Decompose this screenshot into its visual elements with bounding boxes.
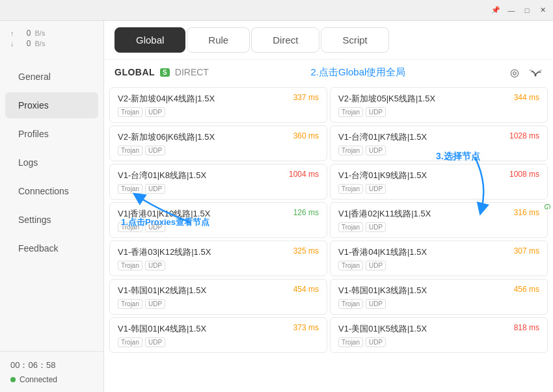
proxy-card-header: V2-新加坡05|K5线路|1.5X 344 ms	[338, 93, 539, 105]
proxy-latency: 344 ms	[514, 93, 539, 102]
proxy-tags: Trojan UDP	[338, 337, 539, 347]
proxy-card[interactable]: V2-新加坡04|K4线路|1.5X 337 ms Trojan UDP	[109, 87, 327, 123]
proxy-card-header: V1-台湾01|K9线路|1.5X 1008 ms	[338, 170, 539, 181]
proxy-card[interactable]: V1|香港02|K11线路|1.5X 316 ms Trojan UDP	[330, 202, 548, 238]
proxy-udp-tag: UDP	[366, 107, 386, 117]
proxy-card-header: V1-台湾01|K7线路|1.5X 1028 ms	[338, 131, 539, 143]
proxy-latency: 818 ms	[514, 323, 539, 332]
main-content: Global Rule Direct Script GLOBAL S DIREC…	[104, 21, 553, 392]
app-container: ↑ 0 B/s ↓ 0 B/s General Proxies Profiles…	[0, 21, 553, 392]
target-icon[interactable]: ◎	[507, 65, 522, 79]
minimize-button[interactable]: —	[506, 5, 517, 16]
right-g-indicator: G	[543, 203, 552, 209]
proxy-type-tag: Trojan	[118, 222, 142, 232]
proxy-card[interactable]: V1-香港03|K12线路|1.5X 325 ms Trojan UDP	[109, 241, 327, 276]
time-display: 00：06：58	[10, 359, 93, 371]
proxy-card[interactable]: V2-新加坡05|K5线路|1.5X 344 ms Trojan UDP	[330, 87, 548, 123]
proxy-card[interactable]: V1-台湾01|K9线路|1.5X 1008 ms Trojan UDP	[330, 164, 548, 200]
sidebar-item-connections[interactable]: Connections	[5, 178, 98, 204]
tab-rule[interactable]: Rule	[187, 27, 250, 53]
proxy-name: V2-新加坡04|K4线路|1.5X	[118, 93, 215, 105]
proxy-type-tag: Trojan	[338, 184, 363, 194]
header-icons: ◎	[507, 65, 543, 79]
maximize-button[interactable]: □	[522, 5, 532, 16]
content-header: GLOBAL S DIRECT 2.点击Global使用全局 ◎	[104, 60, 553, 85]
proxy-card-header: V1-韩国01|K4线路|1.5X 373 ms	[118, 323, 319, 335]
proxy-name: V1-韩国01|K4线路|1.5X	[118, 323, 206, 335]
proxy-udp-tag: UDP	[366, 222, 386, 232]
proxy-card[interactable]: V1-香港04|K1线路|1.5X 307 ms Trojan UDP	[330, 241, 548, 276]
proxy-card[interactable]: V2-新加坡06|K6线路|1.5X 360 ms Trojan UDP	[109, 125, 327, 161]
proxy-type-tag: Trojan	[118, 299, 142, 309]
proxy-latency: 325 ms	[293, 246, 319, 255]
proxy-udp-tag: UDP	[366, 337, 386, 347]
pin-button[interactable]: 📌	[491, 5, 501, 16]
proxy-card-header: V2-新加坡04|K4线路|1.5X 337 ms	[118, 93, 319, 105]
sidebar-item-logs[interactable]: Logs	[5, 150, 98, 176]
proxy-type-tag: Trojan	[118, 337, 142, 347]
direct-label: DIRECT	[175, 67, 209, 77]
proxy-card[interactable]: V1-台湾01|K8线路|1.5X 1004 ms Trojan UDP	[109, 164, 327, 200]
proxy-type-tag: Trojan	[338, 146, 363, 155]
proxy-name: V1-香港04|K1线路|1.5X	[338, 246, 427, 258]
proxy-udp-tag: UDP	[366, 146, 386, 155]
tab-global[interactable]: Global	[115, 27, 185, 53]
sidebar-item-general[interactable]: General	[5, 64, 98, 90]
proxy-tags: Trojan UDP	[338, 261, 539, 270]
proxy-name: V1-韩国01|K2线路|1.5X	[118, 285, 206, 296]
proxy-card[interactable]: V1|香港01|K10线路|1.5X 126 ms Trojan UDP	[109, 202, 327, 238]
proxy-card-header: V1-香港04|K1线路|1.5X 307 ms	[338, 246, 539, 258]
connected-label: Connected	[20, 375, 57, 384]
download-value: 0	[18, 39, 31, 48]
proxy-latency: 373 ms	[293, 323, 319, 332]
proxy-udp-tag: UDP	[145, 337, 165, 347]
wifi-icon[interactable]	[528, 65, 543, 79]
proxy-card[interactable]: V1-美国01|K5线路|1.5X 818 ms Trojan UDP	[330, 317, 548, 353]
proxy-tags: Trojan UDP	[338, 107, 539, 117]
mode-tabs: Global Rule Direct Script	[104, 21, 553, 60]
proxy-latency: 1008 ms	[509, 170, 539, 179]
proxy-card[interactable]: V1-韩国01|K4线路|1.5X 373 ms Trojan UDP	[109, 317, 327, 353]
proxy-type-tag: Trojan	[118, 184, 142, 194]
close-button[interactable]: ✕	[537, 5, 548, 16]
tab-script[interactable]: Script	[321, 27, 388, 53]
proxy-card-header: V1-台湾01|K8线路|1.5X 1004 ms	[118, 170, 319, 181]
proxy-type-tag: Trojan	[118, 261, 142, 270]
proxy-name: V1-台湾01|K7线路|1.5X	[338, 131, 427, 143]
proxy-udp-tag: UDP	[366, 299, 386, 309]
sidebar-item-profiles[interactable]: Profiles	[5, 121, 98, 147]
proxy-card[interactable]: V1-韩国01|K3线路|1.5X 456 ms Trojan UDP	[330, 279, 548, 315]
down-arrow-icon: ↓	[10, 40, 14, 47]
status-dot-icon	[10, 377, 16, 382]
proxy-udp-tag: UDP	[145, 184, 165, 194]
proxy-type-tag: Trojan	[118, 107, 142, 117]
proxy-udp-tag: UDP	[145, 222, 165, 232]
proxy-latency: 307 ms	[514, 246, 539, 255]
proxy-card-header: V1-美国01|K5线路|1.5X 818 ms	[338, 323, 539, 335]
upload-unit: B/s	[35, 29, 46, 37]
proxy-card[interactable]: V1-韩国01|K2线路|1.5X 454 ms Trojan UDP	[109, 279, 327, 315]
proxy-name: V1|香港01|K10线路|1.5X	[118, 208, 210, 220]
proxy-type-tag: Trojan	[338, 261, 363, 270]
proxy-udp-tag: UDP	[145, 146, 165, 155]
tab-direct[interactable]: Direct	[251, 27, 319, 53]
proxy-grid: V2-新加坡04|K4线路|1.5X 337 ms Trojan UDP V2-…	[104, 85, 553, 392]
proxy-tags: Trojan UDP	[118, 184, 319, 194]
sidebar-nav: General Proxies Profiles Logs Connection…	[0, 57, 103, 351]
proxy-name: V2-新加坡05|K5线路|1.5X	[338, 93, 435, 105]
sidebar-bottom: 00：06：58 Connected	[0, 351, 103, 392]
sidebar-item-settings[interactable]: Settings	[5, 207, 98, 233]
title-bar: 📌 — □ ✕	[0, 0, 553, 21]
proxy-type-tag: Trojan	[118, 146, 142, 155]
proxy-name: V1-美国01|K5线路|1.5X	[338, 323, 427, 335]
proxy-udp-tag: UDP	[366, 184, 386, 194]
proxy-tags: Trojan UDP	[118, 146, 319, 155]
proxy-name: V1-香港03|K12线路|1.5X	[118, 246, 211, 258]
sidebar-item-feedback[interactable]: Feedback	[5, 235, 98, 261]
proxy-card[interactable]: V1-台湾01|K7线路|1.5X 1028 ms Trojan UDP	[330, 125, 548, 161]
sidebar-item-proxies[interactable]: Proxies	[5, 92, 98, 118]
proxy-latency: 1004 ms	[289, 170, 319, 179]
proxy-type-tag: Trojan	[338, 299, 363, 309]
proxy-latency: 454 ms	[293, 285, 319, 294]
proxy-tags: Trojan UDP	[118, 261, 319, 270]
